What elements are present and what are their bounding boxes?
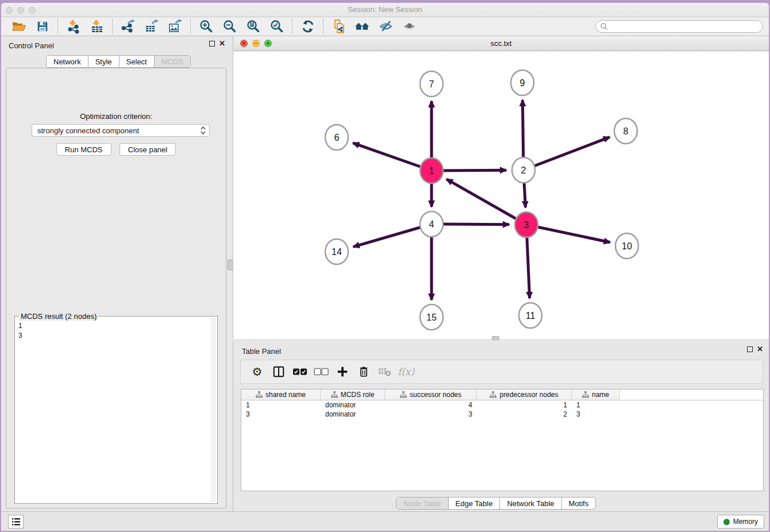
table-cell: 4 xyxy=(385,400,477,410)
hide-selected-button[interactable] xyxy=(378,19,394,34)
float-panel-icon[interactable] xyxy=(209,41,215,47)
table-toolbar: ⚙ f(x) xyxy=(240,360,763,384)
memory-status-icon xyxy=(723,519,730,525)
column-header-label: shared name xyxy=(265,391,306,399)
export-table-button[interactable] xyxy=(144,19,159,34)
first-neighbors-button[interactable] xyxy=(331,19,346,34)
search-input[interactable] xyxy=(608,21,763,32)
open-file-icon xyxy=(11,19,26,34)
column-panel-button[interactable] xyxy=(268,363,289,380)
tab-network-table[interactable]: Network Table xyxy=(499,498,561,509)
network-canvas[interactable]: 7968124314101511 xyxy=(233,51,769,339)
delete-column-button[interactable] xyxy=(353,363,374,380)
open-file-button[interactable] xyxy=(11,19,26,34)
horizontal-splitter-handle[interactable] xyxy=(492,336,499,340)
graph-node-11[interactable]: 11 xyxy=(519,303,542,328)
settings-gear-button[interactable]: ⚙ xyxy=(247,363,268,380)
column-header-label: MCDS role xyxy=(341,391,375,399)
save-session-button[interactable] xyxy=(34,19,50,34)
tab-motifs[interactable]: Motifs xyxy=(561,498,596,509)
column-header-MCDS-role[interactable]: MCDS role xyxy=(321,390,385,400)
function-builder-button[interactable]: f(x) xyxy=(395,363,417,380)
graph-node-1[interactable]: 1 xyxy=(420,158,443,183)
close-panel-icon[interactable]: ✕ xyxy=(219,41,225,47)
graph-edge-3-1[interactable] xyxy=(446,179,526,225)
graph-edge-1-6[interactable] xyxy=(353,143,432,171)
graph-node-2[interactable]: 2 xyxy=(512,157,535,183)
graph-edge-3-10[interactable] xyxy=(526,225,610,242)
table-header-row: shared nameMCDS rolesuccessor nodesprede… xyxy=(241,390,763,400)
zoom-out-icon xyxy=(222,19,237,34)
network-window-title: scc.txt xyxy=(233,39,769,48)
delete-column-icon xyxy=(357,365,370,378)
column-header-name[interactable]: name xyxy=(572,390,620,400)
hide-selected-icon xyxy=(379,19,394,34)
save-session-icon xyxy=(36,20,49,33)
close-panel-icon[interactable]: ✕ xyxy=(757,346,763,352)
graph-node-6[interactable]: 6 xyxy=(325,125,348,150)
graph-node-15[interactable]: 15 xyxy=(420,304,443,330)
zoom-in-button[interactable] xyxy=(198,19,214,34)
mcds-result-title: MCDS result (2 nodes) xyxy=(19,312,98,321)
graph-node-7[interactable]: 7 xyxy=(420,71,443,97)
add-column-button[interactable] xyxy=(332,363,353,380)
tab-network[interactable]: Network xyxy=(47,56,88,67)
graph-node-3[interactable]: 3 xyxy=(515,212,538,237)
tab-mcds[interactable]: MCDS xyxy=(154,56,190,67)
graph-edge-2-8[interactable] xyxy=(523,137,610,170)
hide-all-columns-button[interactable] xyxy=(310,363,332,380)
table-cell: dominator xyxy=(321,410,385,419)
close-panel-button[interactable]: Close panel xyxy=(120,143,176,156)
table-cell: 2 xyxy=(477,410,572,419)
search-icon xyxy=(600,22,608,30)
zoom-out-button[interactable] xyxy=(222,19,237,34)
mcds-result-box: MCDS result (2 nodes) 1 3 xyxy=(14,316,218,504)
criterion-dropdown[interactable]: strongly connected component xyxy=(32,124,210,137)
table-cell: 3 xyxy=(385,410,477,419)
export-image-button[interactable] xyxy=(167,19,183,34)
graph-node-9[interactable]: 9 xyxy=(511,70,534,95)
table-cell: 1 xyxy=(477,400,572,410)
result-scrollbar[interactable] xyxy=(210,318,216,502)
delete-table-button[interactable] xyxy=(374,363,395,380)
home-view-button[interactable] xyxy=(355,19,370,34)
zoom-selected-button[interactable] xyxy=(269,19,284,34)
tab-edge-table[interactable]: Edge Table xyxy=(448,498,500,509)
graph-node-10[interactable]: 10 xyxy=(615,233,638,259)
graph-node-8[interactable]: 8 xyxy=(614,118,637,144)
show-all-button[interactable] xyxy=(402,19,417,34)
tab-select[interactable]: Select xyxy=(119,56,154,67)
import-network-button[interactable] xyxy=(66,19,81,34)
graph-node-label: 7 xyxy=(429,79,434,89)
tab-node-table[interactable]: Node Table xyxy=(396,498,448,509)
column-header-successor-nodes[interactable]: successor nodes xyxy=(385,390,477,400)
network-graph: 7968124314101511 xyxy=(233,51,768,339)
zoom-fit-icon xyxy=(246,19,261,34)
graph-node-label: 4 xyxy=(429,219,434,229)
show-all-columns-button[interactable] xyxy=(289,363,310,380)
column-header-shared-name[interactable]: shared name xyxy=(241,390,321,400)
table-cell: 3 xyxy=(241,410,321,419)
export-network-button[interactable] xyxy=(120,19,136,34)
import-table-button[interactable] xyxy=(89,19,105,34)
graph-node-label: 14 xyxy=(332,247,342,257)
task-history-button[interactable] xyxy=(8,515,24,529)
hide-all-columns-icon xyxy=(314,368,329,376)
graph-node-14[interactable]: 14 xyxy=(325,239,348,264)
table-row[interactable]: 1dominator411 xyxy=(241,400,763,410)
column-header-predecessor-nodes[interactable]: predecessor nodes xyxy=(477,390,572,400)
graph-node-label: 10 xyxy=(622,241,632,251)
zoom-fit-button[interactable] xyxy=(245,19,261,34)
criterion-value: strongly connected component xyxy=(37,126,139,135)
refresh-layout-button[interactable] xyxy=(300,19,315,34)
float-panel-icon[interactable] xyxy=(747,346,753,352)
toolbar-separator xyxy=(112,19,113,34)
mcds-pane: Optimization criterion: strongly connect… xyxy=(6,68,226,508)
memory-button[interactable]: Memory xyxy=(717,515,764,529)
table-cell: 3 xyxy=(572,410,620,419)
export-table-icon xyxy=(144,19,159,34)
run-mcds-button[interactable]: Run MCDS xyxy=(56,143,111,156)
tab-style[interactable]: Style xyxy=(88,56,119,67)
graph-node-4[interactable]: 4 xyxy=(420,211,443,237)
table-row[interactable]: 3dominator323 xyxy=(241,410,763,419)
